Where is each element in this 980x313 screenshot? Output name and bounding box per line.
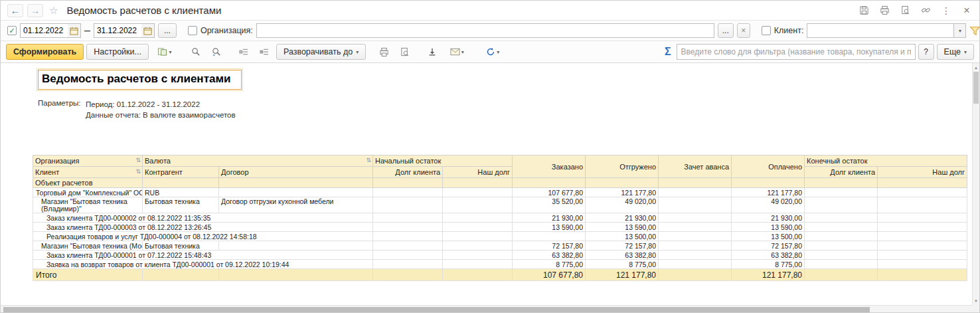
date-to-field [94,23,155,38]
col-currency: Валюта⇅ [143,156,373,167]
chevron-down-icon: ▾ [964,49,967,55]
more-button[interactable]: Еще ▾ [937,44,974,60]
vertical-scroll-thumb[interactable] [973,72,979,104]
header-row: Клиент⇅ Контрагент Договор Долг клиента … [33,167,967,178]
report-canvas: Ведомость расчетов с клиентами Параметры… [1,63,972,305]
favorite-star-icon[interactable]: ☆ [49,5,58,17]
period-checkbox[interactable]: ✓ [7,26,17,35]
col-ordered: Заказано [513,156,586,178]
date-from-field [20,23,81,38]
window-actions: ⋮ × [858,5,973,17]
export-icon [428,47,437,56]
sum-button[interactable]: Σ [662,46,674,58]
back-button[interactable]: ← [7,4,23,17]
sort-icon[interactable]: ⇅ [135,168,141,175]
col-opening-balance: Начальный остаток [373,156,513,167]
send-mail-button[interactable]: ▾ [444,44,470,60]
filter-bar: ✓ – ... Организация: ... × Клиент: ▾ [1,21,979,41]
horizontal-scroll-thumb[interactable] [3,307,870,313]
collapse-groups-button[interactable] [235,44,253,60]
table-row: Заказ клиента ТД00-000003 от 08.12.2022 … [33,223,967,232]
chevron-down-icon[interactable]: ▾ [954,23,966,38]
sort-icon[interactable]: ⇅ [135,157,141,163]
vertical-scrollbar[interactable]: ▲ ▼ [972,63,979,305]
search-next-icon [212,47,221,56]
report-variants-button[interactable]: ▾ [151,44,178,60]
param-period: Период: 01.12.2022 - 31.12.2022 [86,99,236,110]
filter-funnel-icon[interactable] [969,26,980,36]
print-icon [379,47,389,57]
save-icon[interactable] [858,5,870,17]
scroll-down-icon[interactable]: ▼ [973,297,979,304]
client-input[interactable] [807,23,954,38]
col-counterparty: Контрагент [143,167,219,178]
forward-button[interactable]: → [27,4,43,17]
generate-button[interactable]: Сформировать [6,44,84,60]
org-select-button[interactable]: ... [718,23,734,38]
date-to-input[interactable] [94,23,141,38]
col-client-debt: Долг клиента [373,167,443,178]
col-client-debt: Долг клиента [805,167,878,178]
col-closing-balance: Конечный остаток [805,156,967,167]
help-button[interactable]: ? [918,44,934,60]
search-button[interactable] [187,44,205,60]
client-label: Клиент: [774,26,804,35]
chevron-down-icon: ▾ [356,49,359,55]
print-preview-icon [400,47,410,57]
report-parameters: Параметры: Период: 01.12.2022 - 31.12.20… [38,99,972,120]
link-icon[interactable] [920,5,932,17]
table-row: Заявка на возврат товаров от клиента ТД0… [33,260,967,269]
quick-filter-input[interactable] [677,44,916,60]
expand-to-button[interactable]: Разворачивать до ▾ [276,44,366,60]
more-label: Еще [944,47,961,56]
report-table: Организация⇅ Валюта⇅ Начальный остаток З… [33,155,967,281]
col-paid: Оплачено [732,156,805,178]
report-title: Ведомость расчетов с клиентами [38,70,242,90]
scrollbar-corner [972,305,979,313]
forward-icon: → [31,5,41,16]
scroll-up-icon[interactable]: ▲ [973,64,979,71]
table-row: Реализация товаров и услуг ТД00-000004 о… [33,232,967,241]
org-checkbox[interactable] [188,26,197,35]
report-area: Ведомость расчетов с клиентами Параметры… [1,63,979,313]
org-field [256,23,714,38]
check-icon: ✓ [9,27,15,35]
params-label: Параметры: [38,99,78,120]
preview-icon[interactable] [899,5,911,17]
expand-groups-icon [260,48,270,56]
date-from-input[interactable] [20,23,68,38]
header-row: Объект расчетов [33,178,967,188]
search-next-button[interactable] [208,44,226,60]
col-shipped: Отгружено [586,156,659,178]
table-row: Магазин "Бытовая техника (Владимир)" Быт… [33,197,967,213]
client-field: ▾ [807,23,966,38]
chevron-down-icon: ▾ [169,49,171,55]
collapse-groups-icon [239,48,249,56]
horizontal-scrollbar[interactable] [1,305,972,313]
sort-icon[interactable]: ⇅ [366,157,371,163]
col-our-debt: Наш долг [878,167,967,178]
settings-button[interactable]: Настройки... [86,44,149,60]
org-input[interactable] [256,23,714,38]
expand-to-label: Разворачивать до [284,47,353,56]
org-label: Организация: [201,26,253,35]
org-clear-button[interactable]: × [737,23,750,38]
calendar-icon[interactable] [141,23,155,38]
mail-icon [450,48,460,56]
client-checkbox[interactable] [762,26,771,35]
period-options-button[interactable]: ... [158,23,177,38]
print-button[interactable] [375,44,393,60]
table-row: Магазин "Бытовая техника (Москва)" Бытов… [33,241,967,251]
refresh-button[interactable]: ▾ [479,44,506,60]
date-range-dash: – [84,25,90,37]
table-row: Торговый дом "Комплексный" ООО RUB 107 6… [33,188,967,197]
close-icon[interactable]: × [961,5,973,17]
expand-groups-button[interactable] [256,44,274,60]
calendar-icon[interactable] [68,23,81,38]
export-button[interactable] [423,44,441,60]
print-icon[interactable] [878,5,890,17]
more-vertical-icon[interactable]: ⋮ [940,5,952,17]
print-preview-button[interactable] [396,44,414,60]
report-toolbar: Сформировать Настройки... ▾ Разворачиват… [1,41,979,63]
search-icon [191,47,201,56]
